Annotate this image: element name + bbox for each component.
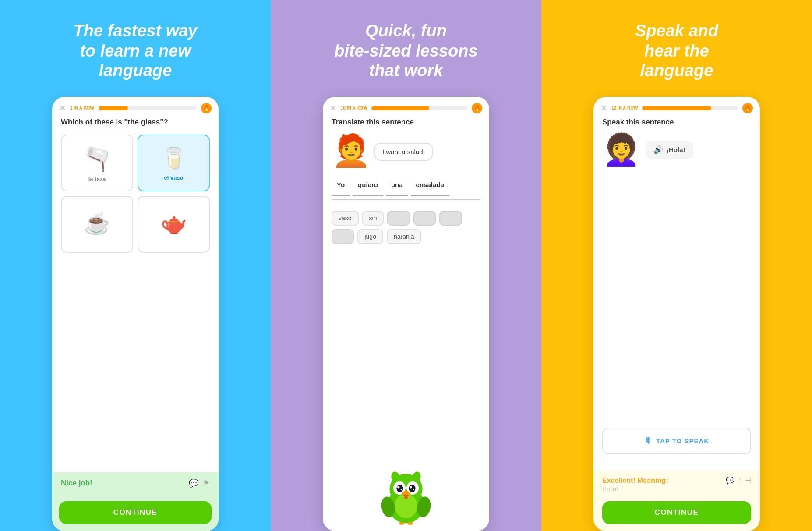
question-text-1: Which of these is "the glass"? [61, 118, 210, 127]
excellent-bar: Excellent! Meaning: 💬 ↑ ⊣ Hello! CONTINU… [593, 470, 760, 531]
owl-container [332, 464, 480, 526]
word-bank: vaso sin jugo naranja [332, 211, 480, 244]
word-bank-jugo[interactable]: jugo [357, 229, 383, 244]
answer-area: Yo quiero una ensalada [332, 178, 480, 200]
progress-bar-fill-2 [371, 106, 429, 110]
panel-yellow: Speak and hear the language ✕ 12 IN A RO… [541, 0, 812, 531]
duolingo-owl [375, 464, 437, 526]
hola-bubble: 🔊 ¡Hola! [646, 141, 693, 159]
speak-section: Speak this sentence 👩‍🦱 🔊 ¡Hola! 🎙 TAP T… [593, 118, 760, 470]
flag-icon-1[interactable]: ⚑ [203, 478, 210, 488]
speak-character-figure: 👩‍🦱 [602, 135, 640, 165]
word-bank-blank-1 [387, 211, 410, 226]
streak-icon-1: 🔥 [201, 103, 212, 113]
progress-label-2: 10 IN A ROW [341, 106, 367, 110]
feedback-icons-1: 💬 ⚑ [189, 478, 210, 488]
answer-word-ensalada[interactable]: ensalada [411, 178, 449, 196]
word-bank-naranja[interactable]: naranja [387, 229, 421, 244]
streak-icon-3: 🔥 [742, 103, 753, 113]
progress-row-1: ✕ 1 IN A ROW 🔥 [52, 97, 219, 118]
tap-label: TAP TO SPEAK [656, 437, 709, 445]
chat-icon-3[interactable]: 💬 [726, 476, 734, 485]
progress-bar-bg-1 [99, 106, 197, 110]
bookmark-icon-3[interactable]: ⊣ [745, 476, 751, 485]
cell-label-el-vaso: el vaso [164, 174, 183, 181]
mic-icon: 🎙 [644, 436, 653, 446]
excellent-title: Excellent! Meaning: [602, 477, 668, 485]
speaker-icon[interactable]: 🔊 [653, 145, 663, 155]
answer-word-quiero[interactable]: quiero [353, 178, 383, 196]
coffee-bag-icon: ☕ [84, 211, 110, 236]
character-figure: 🧑‍🦰 [332, 135, 371, 166]
progress-row-2: ✕ 10 IN A ROW 🔥 [323, 97, 489, 118]
translate-section: Translate this sentence 🧑‍🦰 I want a sal… [323, 118, 489, 531]
cell-coffee-pot[interactable]: 🫖 [138, 196, 210, 253]
svg-point-8 [409, 485, 415, 492]
streak-icon-2: 🔥 [472, 103, 482, 113]
close-icon-1[interactable]: ✕ [59, 103, 66, 113]
word-bank-blank-2 [413, 211, 436, 226]
progress-bar-bg-2 [371, 106, 467, 110]
progress-label-1: 1 IN A ROW [70, 106, 94, 110]
question-text-2: Translate this sentence [332, 118, 480, 127]
card-content-1: Which of these is "the glass"? 🫗 la taza… [52, 118, 219, 472]
panel-purple: Quick, fun bite-sized lessons that work … [271, 0, 541, 531]
close-icon-2[interactable]: ✕ [330, 103, 336, 113]
feedback-text-1: Nice job! [61, 479, 92, 488]
excellent-meaning: Hello! [602, 485, 751, 492]
svg-point-9 [397, 486, 399, 488]
question-text-3: Speak this sentence [602, 118, 751, 127]
cell-label-la-taza: la taza [88, 176, 106, 182]
panel-title-2: Quick, fun bite-sized lessons that work [334, 21, 477, 81]
speech-bubble: I want a salad. [374, 143, 433, 161]
word-bank-blank-3 [439, 211, 462, 226]
progress-bar-fill-3 [642, 106, 711, 110]
progress-label-3: 12 IN A ROW [611, 106, 638, 110]
excellent-icons: 💬 ↑ ⊣ [726, 476, 751, 485]
answer-word-yo[interactable]: Yo [332, 178, 350, 196]
character-bubble: 🧑‍🦰 I want a salad. [332, 135, 480, 166]
speak-char-row: 👩‍🦱 🔊 ¡Hola! [602, 135, 751, 165]
coffee-pot-icon: 🫖 [161, 211, 187, 236]
tap-to-speak-button[interactable]: 🎙 TAP TO SPEAK [602, 428, 751, 454]
cup-icon: 🫗 [83, 145, 111, 172]
svg-point-7 [396, 485, 403, 492]
continue-area-1: CONTINUE [52, 492, 219, 531]
feedback-bar-1: Nice job! 💬 ⚑ [52, 472, 219, 492]
glass-icon: 🥛 [161, 146, 187, 171]
continue-button-1[interactable]: CONTINUE [59, 501, 212, 524]
excellent-row: Excellent! Meaning: 💬 ↑ ⊣ [602, 476, 751, 485]
chat-icon-1[interactable]: 💬 [189, 478, 198, 488]
cell-la-taza[interactable]: 🫗 la taza [61, 135, 133, 191]
phone-card-2: ✕ 10 IN A ROW 🔥 Translate this sentence … [323, 97, 489, 531]
svg-point-14 [404, 496, 408, 499]
word-bank-blank-4 [332, 229, 354, 244]
progress-bar-fill-1 [99, 106, 128, 110]
hola-text: ¡Hola! [667, 146, 685, 153]
svg-rect-17 [399, 522, 404, 524]
cell-coffee-bag[interactable]: ☕ [61, 196, 133, 253]
panel-title-1: The fastest way to learn a new language [74, 21, 198, 81]
cell-el-vaso[interactable]: 🥛 el vaso [138, 135, 210, 191]
svg-rect-18 [408, 522, 413, 524]
phone-card-3: ✕ 12 IN A ROW 🔥 Speak this sentence 👩‍🦱 … [593, 97, 760, 531]
svg-point-10 [401, 489, 402, 490]
close-icon-3[interactable]: ✕ [600, 103, 607, 113]
word-bank-vaso[interactable]: vaso [332, 211, 359, 226]
progress-bar-bg-3 [642, 106, 738, 110]
image-grid-1: 🫗 la taza 🥛 el vaso ☕ 🫖 [61, 135, 210, 253]
progress-row-3: ✕ 12 IN A ROW 🔥 [593, 97, 760, 118]
answer-word-una[interactable]: una [386, 178, 408, 196]
svg-point-11 [410, 486, 412, 488]
continue-button-3[interactable]: CONTINUE [602, 501, 751, 524]
share-icon-3[interactable]: ↑ [738, 476, 741, 485]
phone-card-1: ✕ 1 IN A ROW 🔥 Which of these is "the gl… [52, 97, 219, 531]
panel-blue: The fastest way to learn a new language … [0, 0, 271, 531]
svg-point-12 [413, 489, 414, 490]
word-bank-sin[interactable]: sin [362, 211, 384, 226]
panel-title-3: Speak and hear the language [635, 21, 718, 81]
